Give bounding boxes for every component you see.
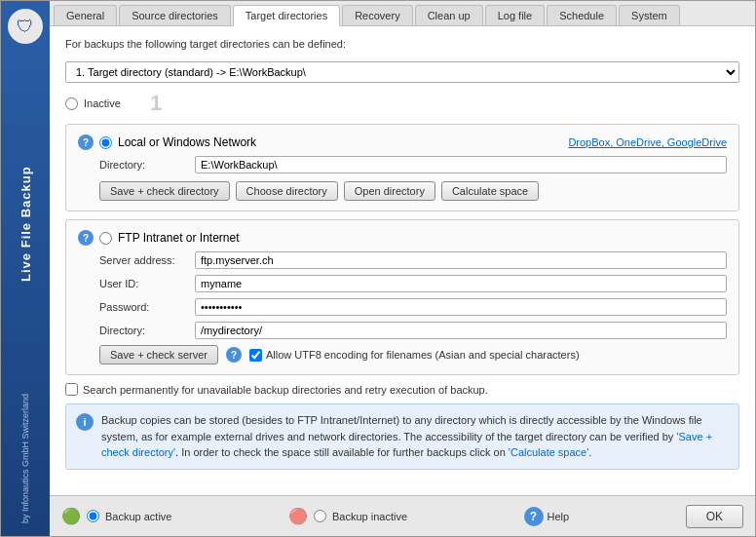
password-label: Password: bbox=[99, 301, 187, 313]
info-highlight1: 'Save + check directory' bbox=[101, 431, 712, 459]
main-content: General Source directories Target direct… bbox=[50, 1, 755, 536]
ftp-radio-label: FTP Intranet or Internet bbox=[118, 231, 240, 245]
help-icon: ? bbox=[524, 507, 544, 526]
content-area: For backups the following target directo… bbox=[50, 26, 755, 495]
save-check-directory-btn[interactable]: Save + check directory bbox=[99, 181, 230, 201]
tab-source[interactable]: Source directories bbox=[119, 5, 231, 25]
userid-label: User ID: bbox=[99, 278, 187, 289]
local-radio[interactable] bbox=[99, 136, 112, 149]
local-radio-label: Local or Windows Network bbox=[118, 135, 256, 149]
utf-label: Allow UTF8 encoding for filenames (Asian… bbox=[266, 349, 580, 361]
backup-active-label: Backup active bbox=[105, 511, 171, 522]
help-label: Help bbox=[548, 511, 570, 522]
tab-logfile[interactable]: Log file bbox=[485, 5, 545, 25]
info-icon: i bbox=[76, 413, 94, 431]
directory-label: Directory: bbox=[99, 159, 187, 171]
userid-input[interactable] bbox=[195, 275, 727, 292]
ftp-directory-label: Directory: bbox=[99, 325, 187, 336]
utf-checkbox[interactable] bbox=[249, 349, 262, 362]
directory-input[interactable] bbox=[195, 156, 727, 173]
backup-inactive-icon: 🔴 bbox=[288, 507, 308, 526]
password-input[interactable] bbox=[195, 298, 727, 316]
help-btn[interactable]: ? Help bbox=[524, 507, 570, 526]
target-dropdown[interactable]: 1. Target directory (standard) -> E:\Wor… bbox=[65, 61, 739, 83]
ok-button[interactable]: OK bbox=[686, 505, 743, 528]
ftp-utf-help-icon[interactable]: ? bbox=[226, 347, 242, 363]
intro-label: For backups the following target directo… bbox=[65, 38, 739, 50]
calculate-space-btn[interactable]: Calculate space bbox=[441, 181, 539, 201]
ftp-header: ? FTP Intranet or Internet bbox=[78, 230, 727, 246]
target-dropdown-row: 1. Target directory (standard) -> E:\Wor… bbox=[65, 61, 739, 83]
tab-target[interactable]: Target directories bbox=[233, 5, 340, 26]
inactive-radio[interactable] bbox=[65, 97, 78, 110]
app-brand: by Infonautics GmbH Switzerland bbox=[20, 394, 30, 523]
backup-inactive-group: 🔴 Backup inactive bbox=[288, 507, 407, 526]
backup-active-group: 🟢 Backup active bbox=[61, 507, 171, 526]
backup-active-radio[interactable] bbox=[87, 510, 99, 522]
directory-field-row: Directory: bbox=[99, 156, 727, 173]
tab-recovery[interactable]: Recovery bbox=[342, 5, 412, 25]
logo-icon: 🛡 bbox=[17, 17, 34, 37]
local-btn-row: Save + check directory Choose directory … bbox=[99, 181, 727, 201]
search-checkbox[interactable] bbox=[65, 383, 78, 396]
backup-inactive-label: Backup inactive bbox=[332, 511, 407, 522]
inactive-label: Inactive bbox=[84, 97, 121, 109]
save-check-server-btn[interactable]: Save + check server bbox=[99, 345, 218, 364]
tab-system[interactable]: System bbox=[619, 5, 680, 25]
app-logo: 🛡 bbox=[8, 9, 43, 44]
utf-row: Allow UTF8 encoding for filenames (Asian… bbox=[249, 349, 580, 362]
info-text: Backup copies can be stored (besides to … bbox=[101, 412, 729, 461]
inactive-row: Inactive 1 bbox=[65, 91, 739, 116]
tab-schedule[interactable]: Schedule bbox=[547, 5, 617, 25]
server-field-row: Server address: bbox=[99, 251, 727, 269]
server-label: Server address: bbox=[99, 254, 187, 266]
search-checkbox-row: Search permanently for unavailable backu… bbox=[65, 383, 739, 396]
info-highlight2: 'Calculate space' bbox=[509, 446, 588, 458]
sidebar: 🛡 Live File Backup by Infonautics GmbH S… bbox=[1, 1, 50, 536]
server-input[interactable] bbox=[195, 251, 727, 269]
search-label: Search permanently for unavailable backu… bbox=[83, 384, 488, 396]
tab-bar: General Source directories Target direct… bbox=[50, 1, 755, 26]
local-network-block: ? Local or Windows Network DropBox, OneD… bbox=[65, 124, 739, 211]
ftp-directory-input[interactable] bbox=[195, 322, 727, 339]
inactive-radio-row: Inactive bbox=[65, 97, 121, 110]
tab-general[interactable]: General bbox=[54, 5, 117, 25]
ftp-block: ? FTP Intranet or Internet Server addres… bbox=[65, 219, 739, 375]
info-box: i Backup copies can be stored (besides t… bbox=[65, 403, 739, 470]
status-bar: 🟢 Backup active 🔴 Backup inactive ? Help… bbox=[50, 495, 755, 536]
tab-cleanup[interactable]: Clean up bbox=[415, 5, 483, 25]
ftp-btn-row: Save + check server ? Allow UTF8 encodin… bbox=[99, 345, 727, 364]
local-network-header-left: ? Local or Windows Network bbox=[78, 134, 256, 150]
userid-field-row: User ID: bbox=[99, 275, 727, 292]
app-title: Live File Backup bbox=[19, 54, 33, 394]
cloud-links[interactable]: DropBox, OneDrive, GoogleDrive bbox=[568, 136, 727, 148]
backup-active-icon: 🟢 bbox=[61, 507, 81, 526]
inactive-number: 1 bbox=[150, 91, 162, 116]
password-field-row: Password: bbox=[99, 298, 727, 316]
choose-directory-btn[interactable]: Choose directory bbox=[236, 181, 338, 201]
open-directory-btn[interactable]: Open directory bbox=[344, 181, 435, 201]
local-network-header: ? Local or Windows Network DropBox, OneD… bbox=[78, 134, 727, 150]
ftp-help-icon[interactable]: ? bbox=[78, 230, 94, 246]
local-help-icon[interactable]: ? bbox=[78, 134, 94, 150]
ftp-directory-field-row: Directory: bbox=[99, 322, 727, 339]
backup-inactive-radio[interactable] bbox=[314, 510, 326, 522]
ftp-radio[interactable] bbox=[99, 232, 112, 245]
